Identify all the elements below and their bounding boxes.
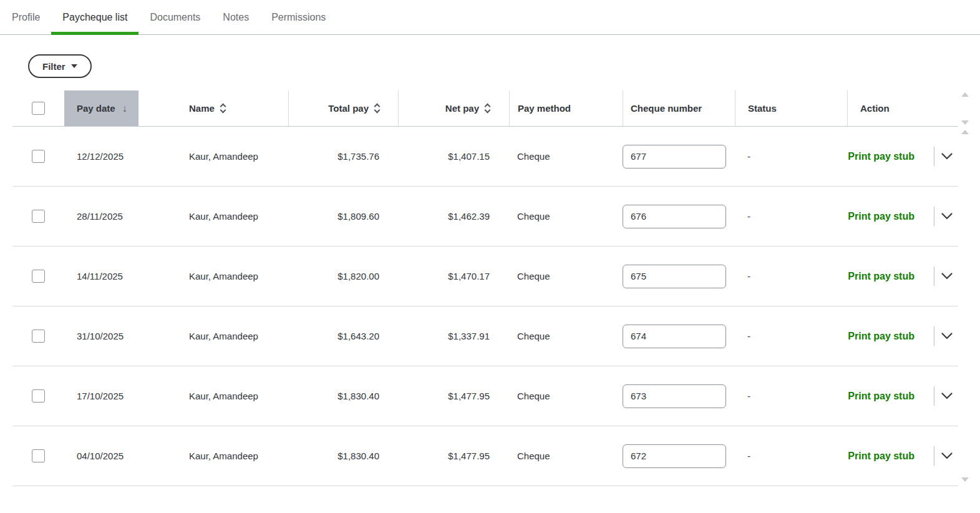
- action-cell: Print pay stub: [847, 127, 958, 186]
- tab-permissions[interactable]: Permissions: [260, 0, 337, 34]
- status-cell: -: [735, 247, 847, 306]
- header-name[interactable]: Name: [181, 90, 288, 126]
- row-select-checkbox[interactable]: [32, 270, 45, 283]
- pay-date-cell: 04/10/2025: [64, 426, 181, 486]
- cheque-number-input[interactable]: [623, 325, 726, 348]
- pay-date-cell: 14/11/2025: [64, 247, 181, 306]
- pay-method-cell: Cheque: [509, 187, 623, 246]
- select-all-checkbox[interactable]: [32, 102, 45, 115]
- table-body: 12/12/2025 Kaur, Amandeep $1,735.76 $1,4…: [12, 127, 958, 486]
- row-actions-dropdown-button[interactable]: [939, 330, 955, 342]
- filter-button-label: Filter: [42, 61, 65, 72]
- tab-documents[interactable]: Documents: [138, 0, 211, 34]
- pay-method-cell: Cheque: [509, 247, 623, 306]
- cheque-number-input[interactable]: [623, 384, 726, 408]
- header-pay-method-label: Pay method: [518, 103, 571, 114]
- header-net-pay-label: Net pay: [445, 103, 479, 114]
- scroll-up-arrow[interactable]: [961, 130, 969, 134]
- status-cell: -: [735, 306, 847, 366]
- header-select-cell: [12, 90, 64, 126]
- row-actions-dropdown-button[interactable]: [939, 450, 955, 462]
- header-action-label: Action: [860, 103, 890, 114]
- pay-date-sorted-highlight[interactable]: Pay date ↓: [64, 90, 138, 126]
- header-action: Action: [847, 90, 958, 126]
- print-pay-stub-link[interactable]: Print pay stub: [848, 451, 915, 462]
- cheque-number-input[interactable]: [623, 444, 726, 468]
- status-cell: -: [735, 187, 847, 246]
- pay-method-cell: Cheque: [509, 306, 623, 366]
- chevron-down-icon: [941, 273, 953, 280]
- table-header-row: Pay date ↓ Name Total pay Net pay Pay me…: [12, 90, 958, 127]
- header-cheque-number: Cheque number: [623, 90, 735, 126]
- row-actions-dropdown-button[interactable]: [939, 390, 955, 402]
- action-divider: [934, 386, 934, 406]
- cheque-number-cell: [623, 127, 735, 186]
- net-pay-cell: $1,477.95: [398, 426, 509, 486]
- header-pay-method: Pay method: [509, 90, 623, 126]
- name-cell: Kaur, Amandeep: [181, 366, 288, 426]
- filter-button[interactable]: Filter: [28, 54, 92, 78]
- cheque-number-input[interactable]: [623, 205, 726, 228]
- tab-paycheque-list[interactable]: Paycheque list: [51, 0, 138, 34]
- cheque-number-cell: [623, 306, 735, 366]
- action-cell: Print pay stub: [847, 187, 958, 246]
- cheque-number-input[interactable]: [623, 145, 726, 169]
- paycheque-row: 31/10/2025 Kaur, Amandeep $1,643.20 $1,3…: [12, 306, 958, 366]
- paycheque-table: Pay date ↓ Name Total pay Net pay Pay me…: [12, 90, 958, 486]
- print-pay-stub-link[interactable]: Print pay stub: [848, 211, 915, 222]
- net-pay-cell: $1,337.91: [398, 306, 509, 366]
- pay-date-cell: 17/10/2025: [64, 366, 181, 426]
- scroll-down-arrow[interactable]: [961, 477, 969, 482]
- sort-toggle-icon: [375, 104, 379, 112]
- sort-toggle-icon: [485, 104, 490, 112]
- action-divider: [934, 326, 934, 346]
- row-select-checkbox[interactable]: [32, 449, 45, 462]
- paycheque-row: 14/11/2025 Kaur, Amandeep $1,820.00 $1,4…: [12, 247, 958, 306]
- employee-detail-tabbar: Profile Paycheque list Documents Notes P…: [0, 0, 980, 35]
- header-total-pay-label: Total pay: [328, 103, 369, 114]
- scroll-up-arrow[interactable]: [961, 92, 969, 97]
- action-divider: [934, 266, 934, 286]
- tab-profile[interactable]: Profile: [12, 0, 51, 34]
- row-select-cell: [12, 366, 64, 426]
- total-pay-cell: $1,820.00: [288, 247, 398, 306]
- row-select-checkbox[interactable]: [32, 389, 45, 403]
- net-pay-cell: $1,477.95: [398, 366, 509, 426]
- header-status-label: Status: [748, 103, 777, 114]
- header-net-pay[interactable]: Net pay: [398, 90, 509, 126]
- paycheque-row: 28/11/2025 Kaur, Amandeep $1,809.60 $1,4…: [12, 187, 958, 247]
- filter-area: Filter: [28, 54, 980, 78]
- tab-notes[interactable]: Notes: [211, 0, 260, 34]
- row-actions-dropdown-button[interactable]: [939, 210, 955, 222]
- row-select-checkbox[interactable]: [32, 330, 45, 343]
- scroll-down-arrow[interactable]: [961, 120, 969, 125]
- row-actions-dropdown-button[interactable]: [939, 270, 955, 282]
- pay-method-cell: Cheque: [509, 127, 623, 186]
- row-select-checkbox[interactable]: [32, 210, 45, 223]
- cheque-number-cell: [623, 187, 735, 246]
- header-status: Status: [735, 90, 847, 126]
- name-cell: Kaur, Amandeep: [181, 187, 288, 246]
- print-pay-stub-link[interactable]: Print pay stub: [848, 151, 915, 162]
- cheque-number-input[interactable]: [623, 265, 726, 288]
- total-pay-cell: $1,830.40: [288, 426, 398, 486]
- row-actions-dropdown-button[interactable]: [939, 150, 955, 162]
- chevron-down-icon: [941, 213, 953, 220]
- header-pay-date[interactable]: Pay date ↓: [64, 90, 181, 126]
- row-select-cell: [12, 306, 64, 366]
- print-pay-stub-link[interactable]: Print pay stub: [848, 271, 915, 282]
- chevron-down-icon: [941, 153, 953, 160]
- paycheque-row: 04/10/2025 Kaur, Amandeep $1,830.40 $1,4…: [12, 426, 958, 486]
- total-pay-cell: $1,735.76: [288, 127, 398, 186]
- action-cell: Print pay stub: [847, 306, 958, 366]
- row-select-cell: [12, 247, 64, 306]
- net-pay-cell: $1,470.17: [398, 247, 509, 306]
- status-cell: -: [735, 127, 847, 186]
- status-cell: -: [735, 366, 847, 426]
- paycheque-row: 12/12/2025 Kaur, Amandeep $1,735.76 $1,4…: [12, 127, 958, 187]
- name-cell: Kaur, Amandeep: [181, 127, 288, 186]
- print-pay-stub-link[interactable]: Print pay stub: [848, 331, 915, 342]
- header-total-pay[interactable]: Total pay: [288, 90, 398, 126]
- print-pay-stub-link[interactable]: Print pay stub: [848, 391, 915, 402]
- row-select-checkbox[interactable]: [32, 150, 45, 163]
